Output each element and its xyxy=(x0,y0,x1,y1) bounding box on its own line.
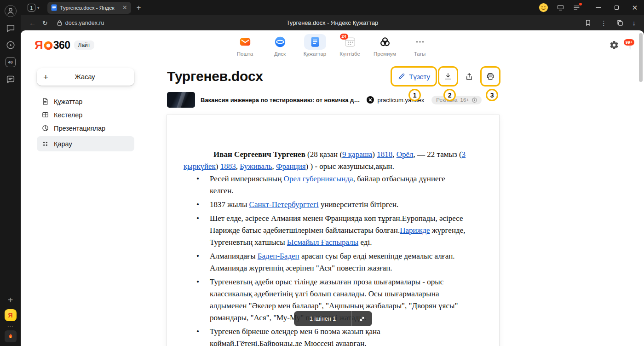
bookmark-icon[interactable] xyxy=(585,19,592,26)
logo-360: 360 xyxy=(53,40,70,51)
menu-icon[interactable] xyxy=(573,4,581,12)
edit-button-label: Түзету xyxy=(409,73,430,81)
calendar-badge: 24 xyxy=(340,34,348,40)
new-tab-button[interactable]: + xyxy=(137,4,141,12)
nav-calendar[interactable]: 24 Күнтізбе xyxy=(333,34,368,57)
doc-link[interactable]: Ысмайыл Ғаспыралы xyxy=(287,238,358,247)
create-button-label: Жасау xyxy=(48,73,121,81)
yandex-docs-app: Я 360 Лайт Пошта xyxy=(21,30,644,346)
page-title: Тургенев.docx xyxy=(167,69,263,84)
page-indicator-label: 1 ішінен 1 xyxy=(294,316,351,322)
back-icon[interactable]: ← xyxy=(29,19,36,27)
page-indicator[interactable]: 1 ішінен 1 xyxy=(294,311,372,326)
ad-disclaimer-badge: Реклама 16+ xyxy=(431,96,482,104)
doc-bullet: 1837 жылы Санкт-Петербургтегі университе… xyxy=(184,199,471,211)
extensions-kebab-icon[interactable]: ⋮ xyxy=(601,19,607,27)
copy-tabs-icon[interactable] xyxy=(616,19,623,26)
ad-thumbnail xyxy=(167,92,195,108)
tab-title: Тургенев.docx - Яндек xyxy=(60,5,119,11)
more-icon xyxy=(414,36,426,48)
devices-icon[interactable] xyxy=(557,4,564,12)
create-button[interactable]: + Жасау xyxy=(37,68,134,86)
pinned-site-icon[interactable] xyxy=(5,330,17,342)
downloads-icon[interactable]: ↓ xyxy=(632,19,636,27)
tab-counter-button[interactable]: 1 ▾ xyxy=(24,2,43,14)
lock-icon[interactable] xyxy=(57,20,62,26)
user-avatar[interactable]: 99+ xyxy=(629,41,631,49)
more-dots-icon[interactable]: ⋯ xyxy=(7,323,14,328)
chat-icon[interactable] xyxy=(5,73,17,85)
doc-link[interactable]: Санкт-Петербургтегі xyxy=(249,200,319,209)
doc-link[interactable]: 1818 xyxy=(377,150,392,159)
doc-link[interactable]: Парижде xyxy=(400,226,430,235)
ad-headline[interactable]: Вакансия инженера по тестированию: от но… xyxy=(201,97,361,104)
mail-icon xyxy=(239,36,251,48)
messenger-icon[interactable] xyxy=(5,22,17,34)
doc-link[interactable]: Орел губерниясында xyxy=(284,174,353,183)
expand-icon xyxy=(359,316,365,322)
active-tab[interactable]: Тургенев.docx - Яндек ✕ xyxy=(47,2,131,14)
sidebar-item-label: Кестелер xyxy=(54,111,82,119)
close-button[interactable]: ✕ xyxy=(626,0,644,15)
docs-icon xyxy=(309,36,321,48)
settings-gear-icon[interactable] xyxy=(609,40,619,50)
info-icon[interactable] xyxy=(472,98,477,103)
doc-link[interactable]: 9 қараша xyxy=(342,150,372,159)
content-header: Тургенев.docx Түзету xyxy=(167,66,499,86)
sidebar-item-tables[interactable]: Кестелер xyxy=(37,108,134,121)
scrollbar-thumb[interactable] xyxy=(639,33,643,82)
nav-docs[interactable]: Құжаттар xyxy=(298,34,333,57)
reload-icon[interactable]: ↻ xyxy=(42,19,48,27)
address-bar-actions: ⋮ ↓ xyxy=(585,19,639,27)
doc-bullet: Ресей империясының Орел губерниясында, б… xyxy=(184,173,471,197)
presentation-icon xyxy=(41,124,49,132)
pencil-icon xyxy=(397,72,406,81)
minimize-button[interactable] xyxy=(589,0,607,15)
share-button[interactable] xyxy=(460,68,478,85)
doc-link[interactable]: Франция xyxy=(276,162,306,171)
sidebar-item-label: Презентациялар xyxy=(54,125,105,132)
person-icon xyxy=(6,6,16,16)
url-text[interactable]: docs.yandex.ru xyxy=(65,20,104,26)
sidebar-item-presentations[interactable]: Презентациялар xyxy=(37,121,134,135)
tab-close-icon[interactable]: ✕ xyxy=(122,5,127,11)
maximize-button[interactable] xyxy=(607,0,626,15)
browser-side-strip: 48 + Я ⋯ xyxy=(0,0,21,346)
doc-link[interactable]: Буживаль xyxy=(240,162,272,171)
yandex-logo-icon[interactable]: Я xyxy=(5,309,17,321)
add-panel-icon[interactable]: + xyxy=(8,295,13,305)
ad-age-rating: 16+ xyxy=(460,97,469,103)
sidebar-item-view[interactable]: Қарау xyxy=(37,136,134,151)
doc-link[interactable]: Орёл xyxy=(397,150,414,159)
view-grid-icon xyxy=(41,140,49,148)
profile-avatar-icon[interactable] xyxy=(539,3,548,12)
doc-bullet: Алманиядағы Баден-Баден арасан суы бар е… xyxy=(184,250,471,274)
download-button[interactable] xyxy=(439,68,457,85)
print-button[interactable] xyxy=(482,68,499,85)
print-icon xyxy=(486,72,494,81)
flame-icon xyxy=(7,333,14,340)
yandex-360-logo[interactable]: Я 360 Лайт xyxy=(34,39,94,51)
nav-disk[interactable]: Диск xyxy=(263,34,298,57)
doc-link[interactable]: Баден-Баден xyxy=(258,252,299,260)
profile-icon[interactable] xyxy=(5,5,17,17)
app-48-icon[interactable]: 48 xyxy=(5,56,17,68)
share-icon xyxy=(465,72,473,81)
sidebar-item-documents[interactable]: Құжаттар xyxy=(37,95,134,108)
nav-premium[interactable]: Премиум xyxy=(368,34,402,57)
doc-link[interactable]: 1883 xyxy=(220,162,236,171)
sidebar-list: Құжаттар Кестелер Презентациялар Қа xyxy=(37,95,134,151)
nav-more[interactable]: Тағы xyxy=(402,34,437,57)
browser-right-column: 1 ▾ Тургенев.docx - Яндек ✕ + xyxy=(21,0,644,346)
nav-label: Пошта xyxy=(237,51,253,57)
download-icon xyxy=(444,72,452,81)
edit-button[interactable]: Түзету xyxy=(392,68,436,85)
content-area: Тургенев.docx Түзету xyxy=(157,60,644,346)
fullscreen-button[interactable] xyxy=(352,316,372,322)
document-icon xyxy=(41,98,49,105)
avatar-notification-badge: 99+ xyxy=(624,39,634,46)
nav-mail[interactable]: Пошта xyxy=(228,34,263,57)
tab-bar-right: ✕ xyxy=(539,0,644,15)
notification-dot xyxy=(579,3,582,6)
video-call-icon[interactable] xyxy=(5,39,17,51)
